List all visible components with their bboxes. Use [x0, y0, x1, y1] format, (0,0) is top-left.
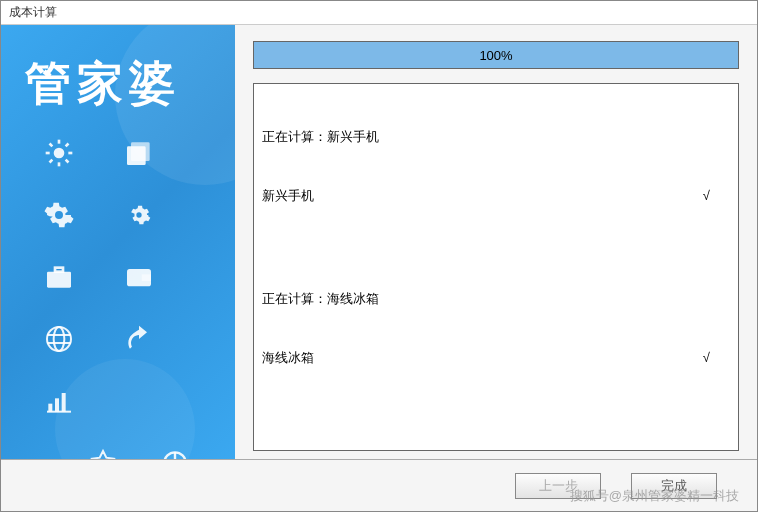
sidebar-icon-grid	[1, 115, 235, 459]
log-line: 新兴手机 √	[262, 186, 730, 206]
progress-label: 100%	[254, 42, 738, 68]
svg-line-6	[66, 160, 69, 163]
svg-rect-21	[62, 393, 66, 412]
log-line: 正在计算：新兴手机	[262, 127, 730, 147]
sidebar: 管家婆	[1, 25, 235, 459]
window-title: 成本计算	[9, 5, 57, 19]
check-icon: √	[703, 186, 730, 206]
svg-rect-10	[131, 142, 150, 161]
svg-rect-14	[142, 274, 151, 281]
button-bar: 上一步 完成	[1, 459, 757, 511]
content-area: 管家婆	[1, 25, 757, 459]
log-line: 海线冰箱 √	[262, 348, 730, 368]
main-panel: 100% 正在计算：新兴手机 新兴手机 √ 正在计算：海线冰箱 海线冰箱 √ 成…	[235, 25, 757, 459]
svg-point-16	[54, 327, 65, 351]
piechart-icon	[157, 445, 193, 459]
gear-small-icon	[121, 197, 157, 233]
globe-icon	[41, 321, 77, 357]
finish-button[interactable]: 完成	[631, 473, 717, 499]
window-titlebar: 成本计算	[1, 1, 757, 25]
svg-point-0	[54, 148, 65, 159]
svg-rect-20	[55, 398, 59, 411]
brand-logo: 管家婆	[1, 25, 235, 115]
prev-button[interactable]: 上一步	[515, 473, 601, 499]
svg-rect-11	[47, 272, 71, 288]
svg-line-7	[50, 160, 53, 163]
star-icon	[85, 445, 121, 459]
sun-icon	[41, 135, 77, 171]
svg-point-15	[47, 327, 71, 351]
svg-line-5	[50, 144, 53, 147]
svg-line-8	[66, 144, 69, 147]
undo-icon	[121, 321, 157, 357]
progress-bar: 100%	[253, 41, 739, 69]
svg-rect-12	[55, 268, 63, 272]
log-line: 正在计算：海线冰箱	[262, 289, 730, 309]
log-output[interactable]: 正在计算：新兴手机 新兴手机 √ 正在计算：海线冰箱 海线冰箱 √ 成本计算完成…	[253, 83, 739, 451]
briefcase-icon	[41, 259, 77, 295]
stack-icon	[121, 135, 157, 171]
svg-rect-19	[48, 404, 52, 412]
barchart-icon	[41, 383, 77, 419]
wallet-icon	[121, 259, 157, 295]
gear-icon	[41, 197, 77, 233]
check-icon: √	[703, 348, 730, 368]
